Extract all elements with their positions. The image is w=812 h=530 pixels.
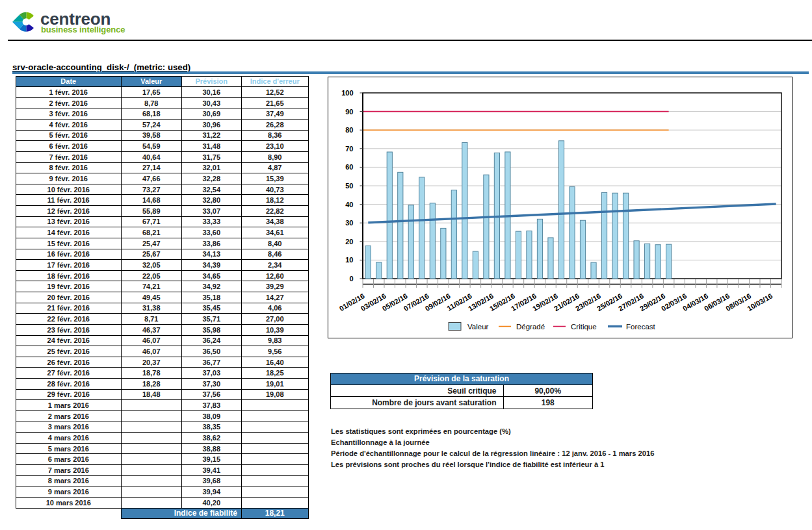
svg-text:Forecast: Forecast — [626, 323, 656, 331]
svg-text:70: 70 — [345, 144, 353, 152]
svg-text:20: 20 — [345, 237, 353, 245]
svg-text:Valeur: Valeur — [467, 323, 489, 331]
svg-text:100: 100 — [341, 89, 353, 97]
svg-text:50: 50 — [345, 182, 353, 190]
svg-text:60: 60 — [345, 163, 353, 171]
svg-text:80: 80 — [345, 126, 353, 134]
svg-text:Critique: Critique — [571, 323, 597, 331]
svg-text:40: 40 — [345, 200, 353, 208]
svg-text:10: 10 — [345, 256, 353, 264]
svg-text:30: 30 — [345, 219, 353, 227]
svg-text:90: 90 — [345, 107, 353, 115]
svg-text:Dégradé: Dégradé — [516, 323, 545, 331]
svg-text:0: 0 — [349, 275, 353, 283]
